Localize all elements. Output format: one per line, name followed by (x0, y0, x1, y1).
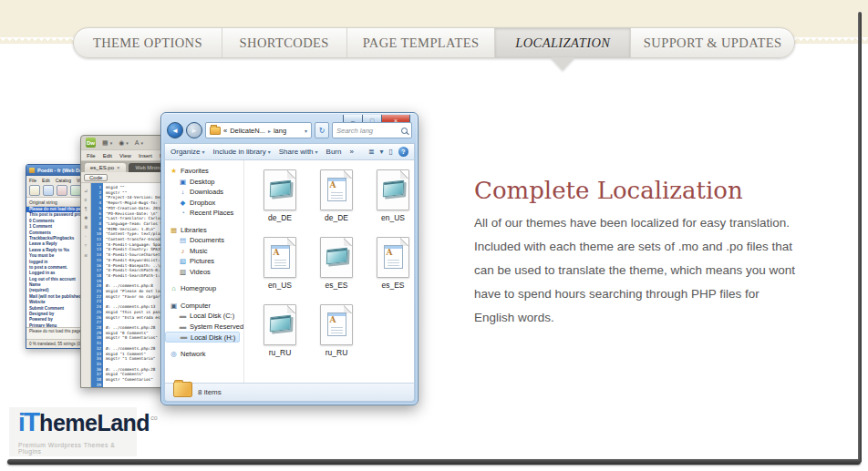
tab-es-es-po[interactable]: es_ES.po × (85, 163, 126, 172)
notepad-glyph (269, 180, 290, 198)
sidebar-item-dropbox[interactable]: ◆Dropbox (165, 198, 243, 209)
line-number: 39 (91, 383, 101, 387)
back-icon[interactable]: ◄ (167, 122, 183, 138)
code-view-button[interactable]: Code (84, 174, 108, 181)
page-fold (287, 170, 295, 179)
save-icon[interactable] (43, 185, 54, 196)
feature-description: All of our themes have been localized fo… (474, 211, 795, 330)
logo-tagline: Premium Wordpress Themes & Plugins (18, 442, 137, 455)
sidebar-item-desktop[interactable]: ▣Desktop (165, 177, 243, 188)
site-icon[interactable]: A▾ (135, 139, 143, 146)
search-icon[interactable] (401, 128, 408, 134)
po-file-icon: A (320, 304, 353, 345)
file-de-de-mo[interactable]: de_DE (253, 169, 306, 237)
update-icon[interactable] (57, 185, 67, 196)
toolbar-right-icons: ≣▾▯? (368, 147, 408, 157)
tab-shortcodes[interactable]: SHORTCODES (222, 28, 346, 57)
explorer-titlebar[interactable]: – □ × ◄ ► « DelicateN... ▸ lang ▾ ↻ (161, 113, 418, 143)
sidebar-item-network[interactable]: ◎Network (165, 349, 243, 360)
sidebar-item-homegroup[interactable]: ⌂Homegroup (165, 283, 243, 294)
folder-icon (173, 382, 192, 397)
sidebar-item-label: Documents (190, 236, 224, 244)
mo-file-icon (264, 169, 296, 210)
explorer-command-bar: Organize▾Include in library▾Share with▾B… (164, 143, 415, 160)
breadcrumb-parent[interactable]: DelicateN... (230, 127, 265, 135)
explorer-window: – □ × ◄ ► « DelicateN... ▸ lang ▾ ↻ (160, 112, 418, 405)
toolbar-share-with[interactable]: Share with▾ (279, 148, 318, 156)
file-ru-ru-po[interactable]: Aru_RU (310, 304, 363, 372)
network-icon: ◎ (170, 351, 178, 358)
document-glyph: A (384, 245, 403, 269)
sidebar-item-pictures[interactable]: ▧Pictures (165, 256, 243, 267)
sidebar-item-downloads[interactable]: ↓Downloads (165, 187, 243, 198)
search-input[interactable] (336, 127, 401, 135)
file-es-es-mo[interactable]: es_ES (310, 237, 363, 304)
file-en-us-mo[interactable]: en_US (367, 169, 414, 237)
file-de-de-po[interactable]: Ade_DE (310, 169, 363, 237)
help-icon[interactable]: ? (398, 147, 408, 157)
breadcrumb-current[interactable]: lang (274, 127, 286, 135)
preview-pane-icon[interactable]: ▯ (389, 148, 393, 156)
sidebar-item-system-reserved-e[interactable]: ▬System Reserved (E: (165, 322, 243, 333)
sidebar-item-music[interactable]: ♪Music (165, 246, 243, 257)
file-name: de_DE (253, 213, 306, 222)
sidebar-item-videos[interactable]: ▥Videos (165, 267, 243, 278)
file-name: ru_RU (253, 348, 306, 357)
file-ru-ru-mo[interactable]: ru_RU (253, 304, 306, 372)
toolbar-label: » (349, 148, 353, 156)
tab-support-updates[interactable]: SUPPORT & UPDATES (630, 28, 794, 57)
editor-menu-view[interactable]: View (119, 153, 131, 159)
editor-menu-insert[interactable]: Insert (139, 153, 152, 159)
sidebar-item-libraries[interactable]: ▦Libraries (165, 225, 243, 236)
sidebar-item-local-disk-h[interactable]: ▬Local Disk (H:) (165, 332, 240, 343)
pictures-icon: ▧ (179, 258, 187, 265)
tab-localization[interactable]: LOCALIZATION (494, 28, 630, 57)
address-bar[interactable]: « DelicateN... ▸ lang ▾ (205, 122, 312, 138)
open-icon[interactable] (29, 185, 40, 196)
toolbar-organize[interactable]: Organize▾ (170, 148, 204, 156)
chevron-right-icon: ▸ (268, 128, 271, 134)
tab-page-templates[interactable]: PAGE TEMPLATES (346, 28, 495, 57)
page-fold (400, 170, 408, 179)
editor-menu-file[interactable]: File (87, 153, 96, 159)
file-es-es-po[interactable]: Aes_ES (367, 237, 414, 304)
forward-icon[interactable]: ► (186, 122, 202, 138)
sidebar-item-label: System Reserved (E: (190, 323, 243, 331)
sidebar-item-label: Pictures (190, 257, 214, 265)
tab-label: es_ES.po (90, 165, 114, 170)
chevron-down-icon[interactable]: ▾ (380, 148, 384, 156)
file-en-us-po[interactable]: Aen_US (253, 237, 306, 304)
sidebar-item-local-disk-c[interactable]: ▬Local Disk (C:) (165, 311, 243, 322)
sidebar-item-label: Computer (181, 302, 211, 310)
toolbar-burn[interactable]: Burn (326, 148, 342, 156)
sidebar-item-computer[interactable]: ▣Computer (165, 301, 243, 312)
tab-theme-options[interactable]: THEME OPTIONS (74, 28, 222, 57)
layout-view-icon[interactable]: ▦▾ (102, 139, 112, 147)
refresh-icon[interactable]: ↻ (315, 122, 329, 138)
poedit-app-icon (29, 168, 35, 173)
line-number-gutter: 1234567891011121314151617181920212223242… (91, 183, 103, 387)
letter-a-glyph: A (330, 181, 336, 189)
sidebar-item-favorites[interactable]: ★Favorites (165, 166, 243, 177)
views-icon[interactable]: ≣ (368, 148, 375, 156)
editor-menu-edit[interactable]: Edit (103, 153, 112, 159)
documents-icon: ▤ (179, 237, 187, 244)
toolbar-[interactable]: » (349, 148, 353, 156)
poedit-menu-edit[interactable]: Edit (42, 178, 50, 183)
document-glyph: A (327, 178, 346, 201)
close-tab-icon[interactable]: × (117, 165, 120, 170)
coding-toolbar[interactable]: ⊿≡¶✱≣◦⌗≋ (81, 183, 91, 387)
computer-icon: ▣ (170, 302, 178, 310)
sidebar-item-recent-places[interactable]: ◔Recent Places (165, 208, 243, 219)
sidebar-group-favorites: ★Favorites▣Desktop↓Downloads◆Dropbox◔Rec… (165, 166, 243, 219)
chevron-down-icon[interactable]: ▾ (305, 128, 307, 134)
sidebar-group-network: ◎Network (165, 349, 243, 360)
sidebar-group-computer: ▣Computer▬Local Disk (C:)▬System Reserve… (165, 301, 243, 343)
site-logo[interactable]: iThemeLandco Premium Wordpress Themes & … (9, 407, 137, 456)
toolbar-include-in-library[interactable]: Include in library▾ (212, 148, 270, 156)
sidebar-item-documents[interactable]: ▤Documents (165, 235, 243, 246)
extend-icon[interactable]: ◉▾ (119, 139, 129, 147)
mo-file-icon (377, 169, 409, 210)
poedit-menu-file[interactable]: File (29, 178, 36, 183)
poedit-menu-catalog[interactable]: Catalog (56, 178, 71, 183)
